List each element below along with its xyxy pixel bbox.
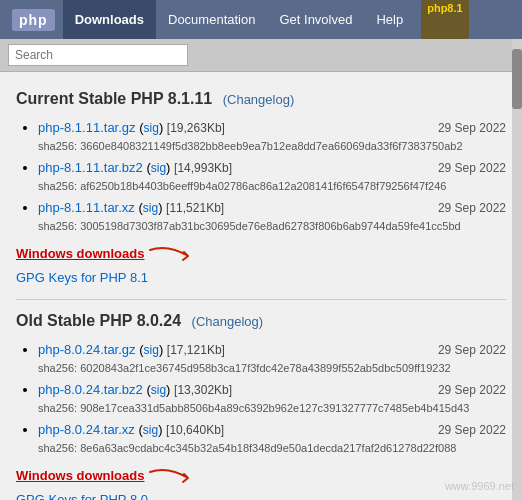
search-input[interactable]: [8, 44, 188, 66]
main-content: Current Stable PHP 8.1.11 (Changelog) ph…: [0, 72, 522, 500]
file-date-0-0: 29 Sep 2022: [438, 119, 506, 137]
section-stable-811: Current Stable PHP 8.1.11 (Changelog) ph…: [16, 90, 506, 285]
section-old-8024: Old Stable PHP 8.0.24 (Changelog) php-8.…: [16, 312, 506, 500]
nav-documentation[interactable]: Documentation: [156, 0, 267, 39]
file-link-1-0[interactable]: php-8.0.24.tar.gz: [38, 342, 136, 357]
arrow-icon-8024: [148, 464, 218, 486]
sig-link-1-1[interactable]: sig: [151, 383, 166, 397]
gpg-row-8024: GPG Keys for PHP 8.0: [16, 492, 506, 500]
scrollbar-thumb[interactable]: [512, 49, 522, 109]
file-date-0-1: 29 Sep 2022: [438, 159, 506, 177]
php-logo: php: [12, 9, 55, 31]
sha256-1-2: sha256: 8e6a63ac9cdabc4c345b32a54b18f348…: [38, 440, 506, 457]
sha256-1-1: sha256: 908e17cea331d5abb8506b4a89c6392b…: [38, 400, 506, 417]
nav-downloads[interactable]: Downloads: [63, 0, 156, 39]
scrollbar-track[interactable]: [512, 39, 522, 500]
list-item: php-8.1.11.tar.bz2 (sig) [14,993Kb] 29 S…: [38, 158, 506, 194]
version-badge: php8.1: [421, 0, 468, 39]
file-size-0-0: [19,263Kb]: [167, 121, 225, 135]
windows-row-8024: Windows downloads: [16, 464, 506, 486]
arrow-icon-811: [148, 242, 218, 264]
file-date-1-2: 29 Sep 2022: [438, 421, 506, 439]
sig-link-0-1[interactable]: sig: [151, 161, 166, 175]
sha256-0-2: sha256: 3005198d7303f87ab31bc30695de76e8…: [38, 218, 506, 235]
list-item: php-8.0.24.tar.gz (sig) [17,121Kb] 29 Se…: [38, 340, 506, 376]
file-link-1-1[interactable]: php-8.0.24.tar.bz2: [38, 382, 143, 397]
section-title-8024: Old Stable PHP 8.0.24 (Changelog): [16, 312, 506, 330]
windows-downloads-811[interactable]: Windows downloads: [16, 246, 144, 261]
file-size-0-2: [11,521Kb]: [166, 201, 224, 215]
sig-link-0-2[interactable]: sig: [143, 201, 158, 215]
file-link-1-2[interactable]: php-8.0.24.tar.xz: [38, 422, 135, 437]
changelog-link-811[interactable]: (Changelog): [223, 92, 295, 107]
list-item: php-8.0.24.tar.xz (sig) [10,640Kb] 29 Se…: [38, 420, 506, 456]
download-list-8024: php-8.0.24.tar.gz (sig) [17,121Kb] 29 Se…: [16, 340, 506, 456]
file-size-1-2: [10,640Kb]: [166, 423, 224, 437]
gpg-link-811[interactable]: GPG Keys for PHP 8.1: [16, 270, 148, 285]
file-date-1-0: 29 Sep 2022: [438, 341, 506, 359]
list-item: php-8.0.24.tar.bz2 (sig) [13,302Kb] 29 S…: [38, 380, 506, 416]
section-divider: [16, 299, 506, 300]
file-link-0-0[interactable]: php-8.1.11.tar.gz: [38, 120, 136, 135]
logo-area: php: [4, 0, 63, 39]
sha256-0-0: sha256: 3660e8408321149f5d382bb8eeb9ea7b…: [38, 138, 506, 155]
navbar: php Downloads Documentation Get Involved…: [0, 0, 522, 39]
sha256-0-1: sha256: af6250b18b4403b6eeff9b4a02786ac8…: [38, 178, 506, 195]
sig-link-0-0[interactable]: sig: [144, 121, 159, 135]
download-list-811: php-8.1.11.tar.gz (sig) [19,263Kb] 29 Se…: [16, 118, 506, 234]
file-date-0-2: 29 Sep 2022: [438, 199, 506, 217]
file-date-1-1: 29 Sep 2022: [438, 381, 506, 399]
sig-link-1-2[interactable]: sig: [143, 423, 158, 437]
file-size-1-1: [13,302Kb]: [174, 383, 232, 397]
file-size-0-1: [14,993Kb]: [174, 161, 232, 175]
changelog-link-8024[interactable]: (Changelog): [192, 314, 264, 329]
list-item: php-8.1.11.tar.xz (sig) [11,521Kb] 29 Se…: [38, 198, 506, 234]
sig-link-1-0[interactable]: sig: [144, 343, 159, 357]
section-title-811: Current Stable PHP 8.1.11 (Changelog): [16, 90, 506, 108]
gpg-row-811: GPG Keys for PHP 8.1: [16, 270, 506, 285]
file-size-1-0: [17,121Kb]: [167, 343, 225, 357]
list-item: php-8.1.11.tar.gz (sig) [19,263Kb] 29 Se…: [38, 118, 506, 154]
file-link-0-1[interactable]: php-8.1.11.tar.bz2: [38, 160, 143, 175]
sha256-1-0: sha256: 6020843a2f1ce36745d958b3ca17f3fd…: [38, 360, 506, 377]
nav-help[interactable]: Help: [364, 0, 415, 39]
gpg-link-8024[interactable]: GPG Keys for PHP 8.0: [16, 492, 148, 500]
windows-row-811: Windows downloads: [16, 242, 506, 264]
file-link-0-2[interactable]: php-8.1.11.tar.xz: [38, 200, 135, 215]
search-bar: [0, 39, 522, 72]
windows-downloads-8024[interactable]: Windows downloads: [16, 468, 144, 483]
nav-get-involved[interactable]: Get Involved: [267, 0, 364, 39]
